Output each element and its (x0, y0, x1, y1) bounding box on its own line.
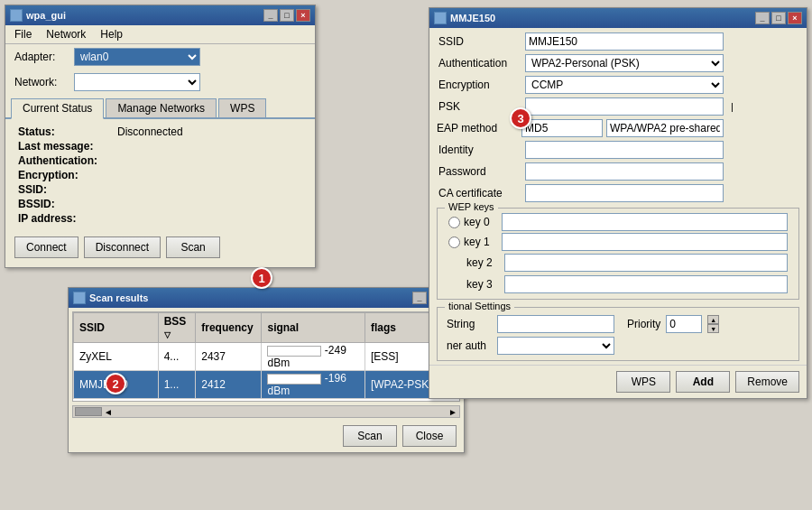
scan-table-scroll[interactable]: SSID BSS ▽ frequency signal flags ZyXEL … (72, 311, 460, 402)
scan-button-main[interactable]: Scan (166, 236, 220, 258)
wpa-menu-bar: File Network Help (5, 25, 315, 44)
priority-down[interactable]: ▼ (707, 324, 719, 333)
annotation-2: 2 (105, 373, 126, 394)
wep-key0-row: key 0 (443, 212, 793, 232)
status-label: Status: (18, 125, 117, 138)
string-label: String (447, 318, 492, 330)
mmje-psk-label: PSK (438, 100, 520, 113)
wep-key0-input[interactable] (502, 213, 788, 231)
adapter-row: Adapter: wlan0 (5, 44, 315, 70)
mmje-identity-input[interactable] (525, 141, 724, 159)
mmje-psk-input[interactable] (525, 97, 724, 116)
mmje-enc-label: Encryption (438, 79, 520, 91)
string-input[interactable] (497, 315, 614, 333)
connect-button[interactable]: Connect (14, 236, 78, 258)
mmje-password-input[interactable] (525, 162, 724, 181)
scan-title-icon (73, 292, 86, 304)
last-message-label: Last message: (18, 140, 117, 153)
wep-key0-radio[interactable] (448, 217, 460, 228)
scan-table-row[interactable]: MMJE150 1... 2412 -196 dBm [WPA2-PSK-C..… (74, 371, 459, 399)
col-bss[interactable]: BSS ▽ (158, 313, 196, 343)
bssid-label: BSSID: (18, 198, 117, 210)
scan-scrollbar-thumb[interactable] (75, 407, 102, 416)
wep-key0-label: key 0 (464, 216, 498, 228)
tab-current-status[interactable]: Current Status (11, 98, 104, 119)
scan-button[interactable]: Scan (343, 425, 397, 447)
wpa-maximize-btn[interactable]: □ (280, 9, 294, 22)
scan-signal-cell: -196 dBm (262, 371, 364, 399)
mmje-title-icon (434, 12, 447, 24)
wpa-title-icon (10, 9, 23, 22)
wep-key1-radio[interactable] (448, 236, 460, 248)
scan-button-bar: Scan Close (69, 422, 464, 452)
scan-title-bar[interactable]: Scan results _ □ × (69, 288, 464, 308)
mmje-title-label: MMJE150 (450, 13, 495, 23)
ner-auth-row: ner auth (443, 335, 793, 357)
scroll-left-arrow[interactable]: ◄ (104, 407, 113, 417)
priority-label: Priority (627, 318, 660, 330)
mmje-psk-row: PSK | (429, 96, 807, 117)
priority-input[interactable] (666, 315, 702, 333)
tab-wps[interactable]: WPS (218, 98, 266, 117)
wep-key3-input[interactable] (504, 275, 788, 293)
mmje-minimize-btn[interactable]: _ (755, 12, 770, 24)
scan-bss-cell: 4... (158, 343, 196, 371)
mmje-ssid-input[interactable] (525, 32, 724, 51)
mmje-maximize-btn[interactable]: □ (771, 12, 786, 24)
wep-key1-input[interactable] (502, 233, 788, 251)
mmje-button-bar: WPS Add Remove (429, 365, 807, 398)
string-row: String Priority ▲ ▼ (443, 311, 793, 335)
wps-button[interactable]: WPS (616, 371, 670, 393)
scan-table-row[interactable]: ZyXEL 4... 2437 -249 dBm [ESS] (74, 343, 459, 371)
col-ssid[interactable]: SSID (74, 313, 159, 343)
cursor-indicator: | (731, 101, 734, 112)
wpa-close-btn[interactable]: × (296, 9, 310, 22)
disconnect-button[interactable]: Disconnect (84, 236, 161, 258)
mmje-ssid-label: SSID (438, 35, 520, 48)
wpa-title-bar[interactable]: wpa_gui _ □ × (5, 5, 315, 25)
col-frequency[interactable]: frequency (196, 313, 262, 343)
status-section: Status: Disconnected Last message: Authe… (5, 119, 315, 231)
wep-key3-label: key 3 (466, 278, 501, 291)
priority-spinner[interactable]: ▲ ▼ (707, 315, 719, 333)
mmje-close-btn[interactable]: × (788, 12, 802, 24)
remove-button[interactable]: Remove (735, 371, 799, 393)
add-button[interactable]: Add (676, 371, 730, 393)
tab-manage-networks[interactable]: Manage Networks (106, 98, 217, 117)
menu-help[interactable]: Help (95, 27, 128, 42)
mmje-eap-left-input[interactable] (521, 119, 603, 137)
authentication-label: Authentication: (18, 154, 117, 167)
wep-keys-title: WEP keys (445, 201, 498, 212)
wpa-minimize-btn[interactable]: _ (263, 9, 278, 22)
mmje-title-bar[interactable]: MMJE150 _ □ × (429, 8, 807, 28)
mmje-ssid-row: SSID (429, 28, 807, 52)
mmje-identity-label: Identity (438, 144, 520, 156)
encryption-label: Encryption: (18, 169, 117, 181)
mmje-ca-input[interactable] (525, 184, 724, 202)
wep-key2-input[interactable] (504, 254, 788, 272)
network-select[interactable] (74, 73, 200, 91)
adapter-select[interactable]: wlan0 (74, 48, 200, 66)
close-button[interactable]: Close (402, 425, 457, 447)
menu-file[interactable]: File (9, 27, 37, 42)
scroll-right-arrow[interactable]: ► (448, 407, 457, 417)
mmje-enc-select[interactable]: CCMP (525, 76, 724, 94)
status-value: Disconnected (117, 125, 183, 138)
mmje-eap-right-input[interactable] (606, 119, 724, 137)
wpa-button-bar: Connect Disconnect Scan (5, 231, 315, 267)
mmje-password-row: Password (429, 161, 807, 182)
mmje-auth-select[interactable]: WPA2-Personal (PSK) (525, 54, 724, 72)
ner-auth-select[interactable] (497, 337, 614, 355)
mmje-ca-label: CA certificate (438, 187, 520, 199)
scan-table: SSID BSS ▽ frequency signal flags ZyXEL … (73, 312, 459, 399)
menu-network[interactable]: Network (41, 27, 91, 42)
mmje-password-label: Password (438, 165, 520, 178)
col-signal[interactable]: signal (262, 313, 364, 343)
wep-key2-label: key 2 (466, 256, 501, 269)
mmje-auth-label: Authentication (438, 57, 520, 70)
wpa-window: wpa_gui _ □ × File Network Help Adapter:… (5, 5, 316, 268)
scan-scrollbar-h[interactable]: ◄ ► (72, 405, 460, 418)
priority-up[interactable]: ▲ (707, 315, 719, 324)
tab-bar: Current Status Manage Networks WPS (5, 95, 315, 119)
scan-minimize-btn[interactable]: _ (412, 292, 427, 304)
